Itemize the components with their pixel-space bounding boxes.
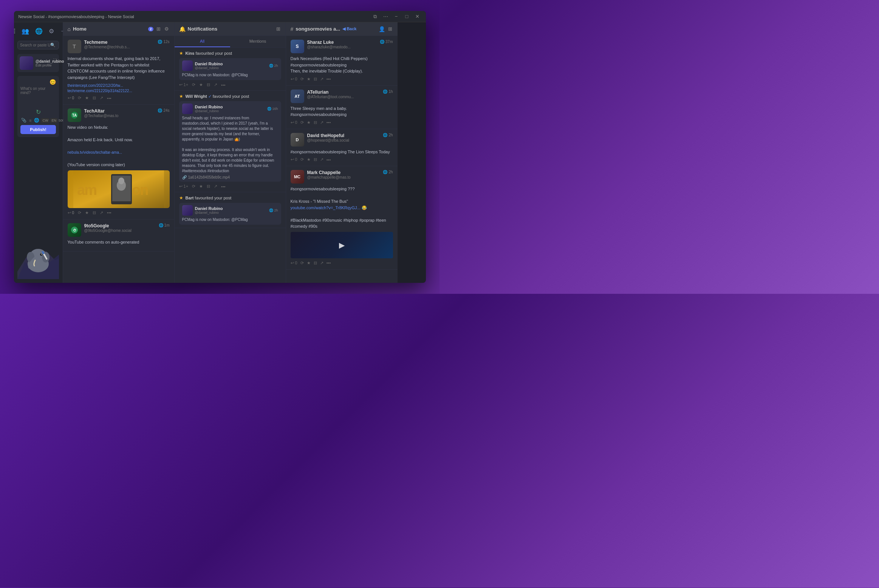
reply-action2[interactable]: ↩ 0: [68, 210, 74, 215]
reply-action[interactable]: ↩ 0: [68, 96, 74, 100]
notif-fav-1[interactable]: ★: [199, 82, 203, 87]
techmeme-link2[interactable]: techmeme.com/221220/p31#a22122...: [68, 89, 132, 93]
share-action[interactable]: ↗: [100, 96, 103, 100]
emoji-icon[interactable]: 😊: [20, 79, 56, 85]
hash-share-2[interactable]: ↗: [320, 120, 323, 125]
hash-reply-3[interactable]: ↩ 0: [291, 157, 297, 162]
bookmark-action2[interactable]: ⊟: [93, 210, 96, 215]
list-icon[interactable]: ≡: [28, 117, 32, 123]
notif-willwright-post-header: Daniel Rubino @daniel_rubino 🌐 16h: [182, 103, 278, 114]
lang-button[interactable]: EN: [50, 118, 57, 123]
nebula-link[interactable]: nebula.tv/videos/techaltar-ama...: [68, 150, 122, 154]
hash-fav-2[interactable]: ★: [307, 120, 311, 125]
more-action2[interactable]: •••: [107, 210, 111, 215]
hash-reply-1[interactable]: ↩ 0: [291, 77, 297, 82]
hash-bookmark-2[interactable]: ⊟: [314, 120, 317, 125]
compose-input[interactable]: [20, 86, 56, 107]
tab-all[interactable]: All: [175, 36, 230, 47]
search-input[interactable]: [20, 43, 50, 47]
minimize-btn[interactable]: −: [393, 14, 400, 19]
hash-fav-4[interactable]: ★: [307, 261, 311, 265]
hash-share-4[interactable]: ↗: [320, 261, 323, 265]
fav-action[interactable]: ★: [85, 96, 89, 100]
globe-icon[interactable]: 🌐: [34, 26, 44, 36]
attachment-icon[interactable]: 📎: [20, 117, 27, 123]
back-button[interactable]: ◀ Back: [342, 26, 356, 31]
hash-boost-4[interactable]: ⟳: [300, 261, 304, 265]
yt-link[interactable]: youtube.com/watch?v=_Tr8KRqyGJ...: [291, 205, 361, 210]
daniel-avatar-1: [182, 60, 193, 71]
search-box[interactable]: 🔍: [17, 41, 59, 49]
hash-boost-3[interactable]: ⟳: [300, 157, 304, 162]
hash-fav-1[interactable]: ★: [307, 77, 311, 82]
hash-more-1[interactable]: •••: [327, 77, 331, 82]
notif-boost-2[interactable]: ⟳: [192, 184, 195, 189]
notif-bookmark-1[interactable]: ⊟: [207, 82, 210, 87]
hash-boost-2[interactable]: ⟳: [300, 120, 304, 125]
visibility-icon[interactable]: 🌐: [33, 117, 40, 123]
publish-button[interactable]: Publish!: [20, 125, 56, 134]
svg-point-6: [40, 253, 42, 256]
hashtag-filter-icon[interactable]: ⊞: [387, 25, 393, 32]
hash-boost-1[interactable]: ⟳: [300, 77, 304, 82]
bookmark-action[interactable]: ⊟: [93, 96, 96, 100]
hashtag-column-content[interactable]: S Sharaz Luke @sharazluke@mastodo... 🌐 3…: [286, 36, 398, 283]
hash-post-sharaz: S Sharaz Luke @sharazluke@mastodo... 🌐 3…: [286, 36, 398, 86]
hash-bookmark-3[interactable]: ⊟: [314, 157, 317, 162]
maximize-btn[interactable]: □: [403, 14, 411, 19]
boost-action2[interactable]: ⟳: [78, 210, 81, 215]
hash-share-1[interactable]: ↗: [320, 77, 323, 82]
notif-bookmark-2[interactable]: ⊟: [207, 184, 210, 189]
hash-bookmark-1[interactable]: ⊟: [314, 77, 317, 82]
home-settings-icon[interactable]: ⚙: [164, 25, 170, 32]
users-icon[interactable]: 👥: [20, 26, 31, 36]
hash-bookmark-4[interactable]: ⊟: [314, 261, 317, 265]
notif-boost-1[interactable]: ⟳: [192, 82, 195, 87]
profile-menu-btn[interactable]: ⋯: [53, 56, 57, 62]
more-action[interactable]: •••: [107, 96, 111, 100]
hash-share-3[interactable]: ↗: [320, 157, 323, 162]
hash-reply-4[interactable]: ↩ 0: [291, 261, 297, 265]
notif-share-1[interactable]: ↗: [214, 82, 217, 87]
notif-more-2[interactable]: •••: [221, 184, 226, 189]
video-thumbnail[interactable]: ▶: [291, 232, 393, 258]
notif-share-2[interactable]: ↗: [214, 184, 217, 189]
notif-fav-2[interactable]: ★: [199, 184, 203, 189]
more-btn[interactable]: ⋯: [382, 14, 390, 19]
techmeme-link1[interactable]: theintercept.com/2022/12/20/tw...: [68, 83, 123, 88]
notif-post-time-1: 🌐 2h: [269, 64, 278, 68]
share-action2[interactable]: ↗: [100, 210, 103, 215]
sharaz-time: 🌐 37m: [380, 40, 393, 44]
menu-icon[interactable]: ☰: [14, 26, 17, 36]
globe-post-icon2: 🌐: [158, 108, 162, 113]
notif-column-content[interactable]: ★ Kins favourited your post Daniel Rubin…: [175, 48, 286, 283]
9to5google-time: 🌐 1m: [159, 223, 170, 227]
hash-fav-3[interactable]: ★: [307, 157, 311, 162]
add-user-icon[interactable]: 👤: [379, 26, 385, 32]
david-handle: @hopeward@sfba.social: [307, 138, 380, 142]
home-filter-icon[interactable]: ⊞: [156, 25, 161, 32]
notif-kins-post-header: Daniel Rubino @daniel_rubino 🌐 2h: [182, 60, 278, 71]
close-btn[interactable]: ✕: [414, 14, 421, 19]
notif-filter-icon[interactable]: ⊞: [275, 25, 281, 32]
hash-reply-2[interactable]: ↩ 0: [291, 120, 297, 125]
notif-more-1[interactable]: •••: [221, 83, 226, 87]
fav-action2[interactable]: ★: [85, 210, 89, 215]
hash-more-3[interactable]: •••: [327, 157, 331, 162]
tab-mentions[interactable]: Mentions: [230, 36, 286, 47]
atellurian-handle: @ATellurian@toot.commu...: [307, 95, 380, 99]
settings-icon[interactable]: ⚙: [47, 26, 56, 36]
hash-more-2[interactable]: •••: [327, 120, 331, 125]
david-actions: ↩ 0 ⟳ ★ ⊟ ↗ •••: [291, 157, 393, 162]
techmeme-handle: @Techmeme@techhub.s...: [84, 45, 155, 49]
spinner-icon: ↻: [20, 108, 56, 116]
hash-more-4[interactable]: •••: [327, 261, 331, 265]
restore-btn[interactable]: ⧉: [371, 14, 379, 20]
profile-edit-label[interactable]: Edit profile: [36, 63, 57, 67]
cw-button[interactable]: CW: [41, 118, 49, 123]
home-column-content[interactable]: T Techmeme @Techmeme@techhub.s... 🌐 12s: [63, 36, 174, 283]
boost-action[interactable]: ⟳: [78, 96, 81, 100]
hash-post-david-header: D David theHopeful @hopeward@sfba.social…: [291, 133, 393, 147]
notif-reply-2[interactable]: ↩ 1+: [179, 184, 189, 189]
notif-reply-1[interactable]: ↩ 1+: [179, 82, 189, 87]
